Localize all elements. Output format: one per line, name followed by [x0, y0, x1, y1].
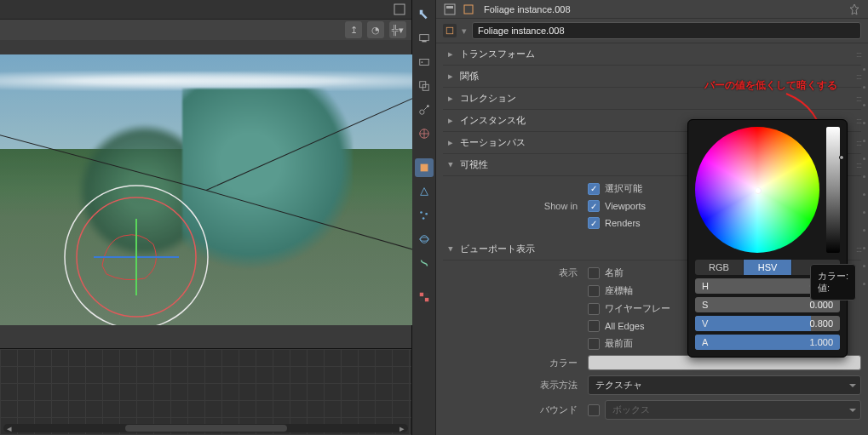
tab-world[interactable]	[415, 124, 434, 143]
label-display-as: 表示方法	[443, 379, 588, 392]
properties-tab-strip	[412, 0, 436, 435]
scroll-right-icon[interactable]: ▸	[398, 424, 406, 432]
checkbox-selectable[interactable]	[588, 183, 600, 195]
checkbox-bounds[interactable]	[588, 404, 600, 416]
timeline-scrollbar[interactable]: ◂ ▸	[3, 424, 408, 432]
slider-a-value: 1.000	[809, 337, 833, 347]
mode-hsv[interactable]: HSV	[744, 260, 792, 275]
svg-rect-0	[394, 4, 405, 14]
select-display-as[interactable]: テクスチャ	[588, 375, 861, 395]
tab-particles[interactable]	[415, 206, 434, 225]
label-wireframe: ワイヤーフレー	[605, 302, 670, 315]
breadcrumb-object-icon[interactable]	[443, 24, 457, 37]
label-color: カラー	[443, 357, 588, 369]
footer-btn-1[interactable]: ↥	[345, 21, 362, 38]
label-axes: 座標軸	[605, 284, 633, 297]
value-slider[interactable]	[826, 127, 840, 253]
checkbox-all-edges[interactable]	[588, 320, 600, 332]
annotation-text: バーの値を低くして暗くする	[704, 78, 837, 93]
mode-rgb[interactable]: RGB	[695, 260, 744, 275]
svg-rect-27	[446, 27, 453, 34]
tab-object[interactable]	[415, 158, 434, 177]
tab-material[interactable]	[415, 288, 434, 306]
value-slider-marker[interactable]	[839, 155, 844, 160]
panel-collections-label: コレクション	[460, 92, 516, 105]
footer-btn-2[interactable]: ◔	[367, 21, 384, 38]
svg-point-18	[420, 236, 428, 243]
object-name-field[interactable]: Foliage instance.008	[472, 22, 861, 39]
color-picker-popup: RGB HSV H H0.000 S0.000 V0.800 A1.000	[687, 119, 848, 358]
breadcrumb-sep-icon: ▾	[462, 26, 467, 37]
tab-modifiers[interactable]	[415, 182, 434, 201]
tab-output[interactable]	[415, 53, 434, 72]
svg-point-15	[420, 211, 423, 214]
label-selectable: 選択可能	[605, 182, 642, 195]
panel-relations-label: 関係	[460, 70, 479, 83]
checkbox-wireframe[interactable]	[588, 303, 600, 315]
footer-btn-3[interactable]: ╬▾	[389, 21, 406, 38]
svg-point-17	[422, 217, 424, 220]
object-name-header: Foliage instance.008	[484, 4, 571, 14]
svg-rect-21	[424, 293, 428, 296]
tab-physics[interactable]	[415, 230, 434, 249]
svg-point-8	[421, 61, 423, 63]
svg-rect-7	[419, 60, 428, 66]
panel-transform-label: トランスフォーム	[460, 48, 535, 60]
slider-a-label: A	[702, 337, 708, 347]
checkbox-name[interactable]	[588, 267, 600, 279]
panel-visibility-label: 可視性	[460, 158, 488, 171]
label-viewports: Viewports	[605, 201, 646, 211]
viewport-3d[interactable]: ↥ ◔ ╬▾	[0, 0, 411, 348]
svg-rect-5	[419, 35, 428, 41]
svg-rect-23	[424, 298, 428, 301]
svg-point-12	[427, 105, 429, 107]
checkbox-viewports[interactable]	[588, 200, 600, 212]
tab-constraints[interactable]	[415, 254, 434, 272]
label-show-in: Show in	[443, 201, 588, 211]
label-display: 表示	[443, 266, 588, 279]
checkbox-axes[interactable]	[588, 285, 600, 297]
slider-v-label: V	[702, 318, 708, 329]
slider-v[interactable]: V0.800	[695, 316, 840, 331]
select-bounds[interactable]: ボックス	[605, 400, 861, 420]
slider-h-label: H	[702, 281, 709, 291]
editor-type-icon[interactable]	[443, 3, 457, 16]
tab-viewlayer[interactable]	[415, 77, 434, 95]
timeline-panel[interactable]: ◂ ▸	[0, 348, 411, 435]
svg-point-19	[419, 238, 428, 241]
svg-rect-22	[419, 298, 423, 301]
label-bounds: バウンド	[443, 404, 588, 416]
pin-icon[interactable]	[848, 3, 861, 16]
tab-scene[interactable]	[415, 100, 434, 119]
object-icon	[462, 3, 475, 16]
checkbox-front[interactable]	[588, 338, 600, 350]
color-wheel-cursor[interactable]	[755, 187, 762, 194]
slider-v-value: 0.800	[809, 318, 833, 329]
panel-motion-paths-label: モーションパス	[460, 136, 526, 149]
svg-rect-26	[464, 5, 473, 14]
panel-dots	[861, 60, 866, 435]
label-renders: Renders	[605, 218, 641, 228]
svg-rect-24	[445, 4, 455, 14]
svg-rect-25	[446, 6, 453, 9]
checkbox-renders[interactable]	[588, 217, 600, 229]
tooltip-line1: カラー:	[818, 270, 848, 282]
tooltip: カラー: 値:	[810, 264, 856, 300]
svg-rect-6	[422, 41, 426, 43]
panel-transform[interactable]: ▸トランスフォーム::::	[443, 43, 861, 66]
scroll-left-icon[interactable]: ◂	[5, 424, 14, 432]
svg-rect-14	[420, 164, 428, 172]
svg-rect-20	[419, 293, 423, 296]
panel-instancing-label: インスタンス化	[460, 114, 526, 127]
slider-a[interactable]: A1.000	[695, 335, 840, 350]
slider-s-value: 0.000	[809, 300, 833, 310]
scroll-thumb[interactable]	[125, 425, 287, 432]
panel-viewport-display-label: ビューポート表示	[460, 243, 535, 255]
tooltip-line2: 値:	[818, 282, 848, 294]
tab-tool[interactable]	[415, 5, 434, 24]
tab-render[interactable]	[415, 29, 434, 48]
label-front: 最前面	[605, 337, 633, 350]
color-wheel[interactable]	[695, 127, 819, 253]
viewport-overlay-icon[interactable]	[393, 3, 406, 16]
svg-point-16	[425, 213, 428, 215]
